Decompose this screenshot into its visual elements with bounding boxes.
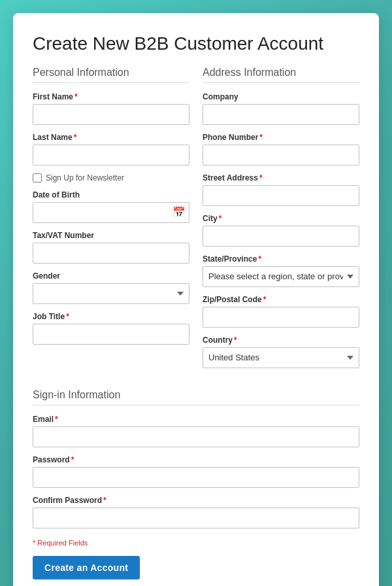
zip-input[interactable] bbox=[203, 307, 359, 328]
job-title-label: Job Title* bbox=[33, 312, 189, 321]
create-account-button[interactable]: Create an Account bbox=[33, 556, 140, 579]
email-group: Email* bbox=[33, 415, 359, 447]
first-name-group: First Name* bbox=[33, 92, 189, 125]
company-group: Company bbox=[203, 92, 359, 125]
city-group: City* bbox=[203, 214, 359, 247]
required-note: * Required Fields bbox=[33, 539, 359, 547]
dob-label: Date of Birth bbox=[33, 190, 189, 199]
city-label: City* bbox=[203, 214, 359, 223]
job-title-required-star: * bbox=[66, 312, 69, 321]
job-title-input[interactable] bbox=[33, 324, 189, 345]
street-label: Street Address* bbox=[203, 173, 359, 182]
state-select[interactable]: Please select a region, state or provinc… bbox=[203, 266, 359, 287]
country-group: Country* United States Canada United Kin… bbox=[203, 336, 359, 368]
first-name-label: First Name* bbox=[33, 92, 189, 101]
confirm-password-input[interactable] bbox=[33, 508, 359, 528]
signin-section: Sign-in Information Email* Password* Con… bbox=[33, 389, 359, 528]
first-name-input[interactable] bbox=[33, 104, 189, 125]
confirm-password-label: Confirm Password* bbox=[33, 496, 359, 505]
email-input[interactable] bbox=[33, 426, 359, 447]
last-name-group: Last Name* bbox=[33, 133, 189, 165]
phone-required-star: * bbox=[259, 133, 263, 142]
newsletter-checkbox[interactable] bbox=[33, 173, 42, 182]
phone-input[interactable] bbox=[203, 145, 359, 165]
street-group: Street Address* bbox=[203, 173, 359, 206]
newsletter-row: Sign Up for Newsletter bbox=[33, 173, 189, 182]
phone-label: Phone Number* bbox=[203, 133, 359, 142]
password-group: Password* bbox=[33, 455, 359, 488]
password-input[interactable] bbox=[33, 467, 359, 488]
password-required-star: * bbox=[71, 455, 74, 464]
state-required-star: * bbox=[258, 254, 261, 264]
state-group: State/Province* Please select a region, … bbox=[203, 254, 359, 287]
address-info-heading: Address Information bbox=[203, 67, 359, 83]
gender-select[interactable]: Male Female Not Specified bbox=[33, 283, 189, 304]
dob-group: Date of Birth 📅 bbox=[33, 190, 189, 223]
state-label: State/Province* bbox=[203, 254, 359, 264]
email-label: Email* bbox=[33, 415, 359, 424]
dob-input[interactable] bbox=[33, 202, 189, 223]
gender-label: Gender bbox=[33, 271, 189, 281]
password-label: Password* bbox=[33, 455, 359, 464]
phone-group: Phone Number* bbox=[203, 133, 359, 165]
country-label: Country* bbox=[203, 336, 359, 345]
last-name-label: Last Name* bbox=[33, 133, 189, 142]
city-required-star: * bbox=[219, 214, 222, 223]
gender-group: Gender Male Female Not Specified bbox=[33, 271, 189, 304]
tax-vat-label: Tax/VAT Number bbox=[33, 231, 189, 240]
signin-heading: Sign-in Information bbox=[33, 389, 359, 405]
confirm-password-required-star: * bbox=[103, 496, 106, 505]
tax-vat-group: Tax/VAT Number bbox=[33, 231, 189, 264]
page-title: Create New B2B Customer Account bbox=[33, 33, 359, 55]
job-title-group: Job Title* bbox=[33, 312, 189, 345]
street-required-star: * bbox=[259, 173, 263, 182]
tax-vat-input[interactable] bbox=[33, 243, 189, 264]
zip-group: Zip/Postal Code* bbox=[203, 295, 359, 328]
personal-info-heading: Personal Information bbox=[33, 67, 189, 83]
country-select[interactable]: United States Canada United Kingdom Aust… bbox=[203, 347, 359, 368]
newsletter-label: Sign Up for Newsletter bbox=[46, 173, 124, 182]
first-name-required-star: * bbox=[74, 92, 78, 101]
address-info-column: Address Information Company Phone Number… bbox=[203, 67, 359, 376]
company-input[interactable] bbox=[203, 104, 359, 125]
personal-info-column: Personal Information First Name* Last Na… bbox=[33, 67, 189, 376]
street-input[interactable] bbox=[203, 185, 359, 206]
registration-form-card: Create New B2B Customer Account Personal… bbox=[13, 13, 379, 586]
zip-label: Zip/Postal Code* bbox=[203, 295, 359, 304]
form-columns: Personal Information First Name* Last Na… bbox=[33, 67, 359, 376]
confirm-password-group: Confirm Password* bbox=[33, 496, 359, 528]
last-name-input[interactable] bbox=[33, 145, 189, 165]
company-label: Company bbox=[203, 92, 359, 101]
email-required-star: * bbox=[55, 415, 58, 424]
last-name-required-star: * bbox=[74, 133, 77, 142]
zip-required-star: * bbox=[263, 295, 267, 304]
country-required-star: * bbox=[234, 336, 237, 345]
dob-wrapper: 📅 bbox=[33, 202, 189, 223]
city-input[interactable] bbox=[203, 226, 359, 247]
